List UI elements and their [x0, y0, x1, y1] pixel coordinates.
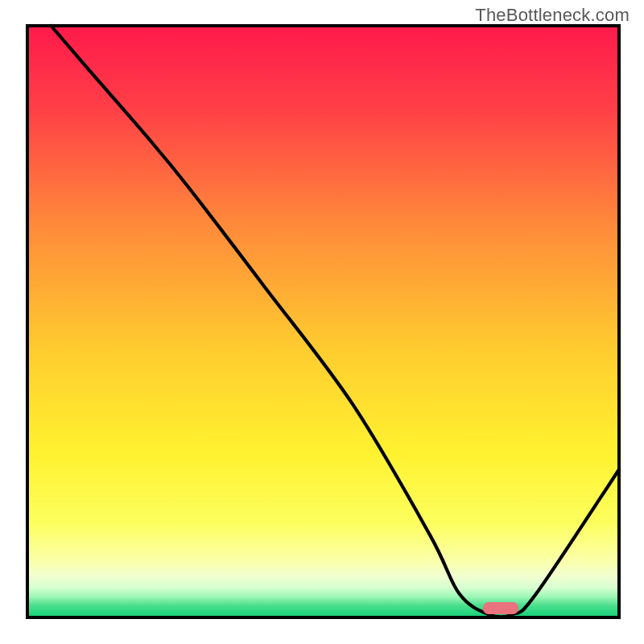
plot-background — [27, 26, 619, 617]
watermark-text: TheBottleneck.com — [475, 5, 630, 26]
optimal-marker — [483, 602, 518, 614]
figure-container: TheBottleneck.com — [0, 0, 644, 644]
bottleneck-chart — [0, 0, 644, 644]
